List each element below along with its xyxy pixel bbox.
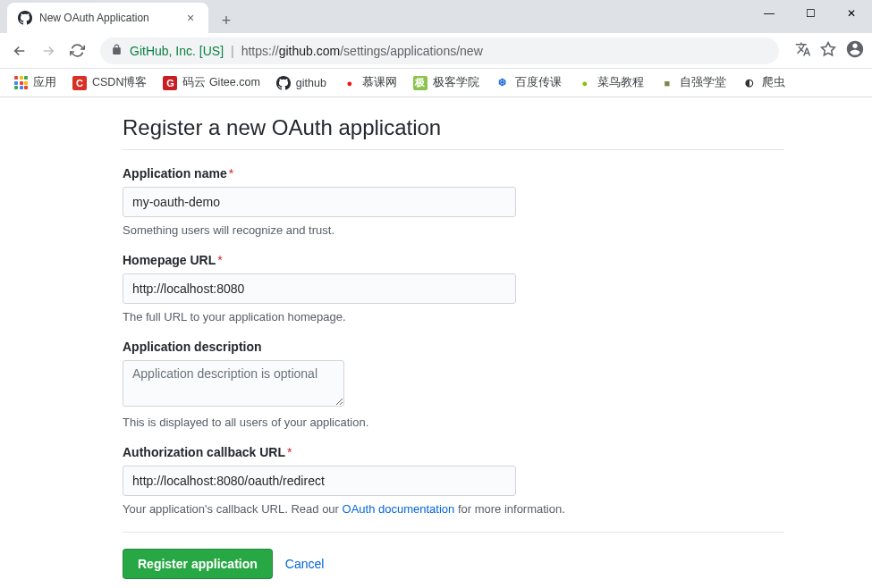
close-window-button[interactable]: ✕ xyxy=(831,0,872,27)
field-callback-url: Authorization callback URL* Your applica… xyxy=(123,445,784,516)
application-name-input[interactable] xyxy=(123,187,516,217)
bookmark-icon: ◐ xyxy=(742,76,757,90)
bookmark-icon: C xyxy=(72,76,87,90)
back-button[interactable] xyxy=(7,38,32,63)
translate-icon[interactable] xyxy=(795,41,811,60)
bookmark-item[interactable]: G码云 Gitee.com xyxy=(157,72,265,93)
bookmark-label: 百度传课 xyxy=(515,75,562,90)
bookmark-item[interactable]: ❆百度传课 xyxy=(490,72,567,93)
window-controls: — ☐ ✕ xyxy=(749,0,872,27)
bookmark-item[interactable]: CCSDN博客 xyxy=(67,72,152,93)
bookmark-item[interactable]: 极极客学院 xyxy=(408,72,485,93)
browser-toolbar: GitHub, Inc. [US] | https://github.com/s… xyxy=(0,33,872,69)
oauth-docs-link[interactable]: OAuth documentation xyxy=(343,502,455,516)
bookmark-label: CSDN博客 xyxy=(92,75,147,90)
form-divider xyxy=(123,532,784,533)
callback-url-input[interactable] xyxy=(123,466,516,496)
bookmark-label: 慕课网 xyxy=(362,75,397,90)
bookmark-icon: ● xyxy=(578,76,592,90)
required-star: * xyxy=(287,445,292,459)
svg-marker-0 xyxy=(822,43,835,55)
apps-grid-icon xyxy=(14,76,28,89)
browser-tab[interactable]: New OAuth Application × xyxy=(7,3,208,33)
field-description: Application description This is displaye… xyxy=(123,340,784,429)
bookmark-item[interactable]: ■自强学堂 xyxy=(655,72,732,93)
field-application-name: Application name* Something users will r… xyxy=(123,166,784,237)
required-star: * xyxy=(229,166,233,181)
field-homepage-url: Homepage URL* The full URL to your appli… xyxy=(123,253,784,323)
new-tab-button[interactable]: + xyxy=(214,8,239,33)
page-title: Register a new OAuth application xyxy=(123,97,784,150)
github-favicon-icon xyxy=(18,11,32,25)
site-identity: GitHub, Inc. [US] xyxy=(130,44,224,58)
star-icon[interactable] xyxy=(820,41,836,60)
browser-chrome: — ☐ ✕ New OAuth Application × + GitHub, … xyxy=(0,0,872,97)
maximize-button[interactable]: ☐ xyxy=(790,0,831,27)
forward-button[interactable] xyxy=(36,38,61,63)
bookmark-label: 爬虫 xyxy=(762,75,785,90)
bookmark-icon xyxy=(276,76,291,90)
close-tab-icon[interactable]: × xyxy=(183,11,198,25)
tab-title: New OAuth Application xyxy=(39,12,176,24)
address-bar[interactable]: GitHub, Inc. [US] | https://github.com/s… xyxy=(100,38,779,64)
label-homepage-url: Homepage URL* xyxy=(123,253,784,267)
bookmark-item[interactable]: ◐爬虫 xyxy=(737,72,791,93)
cancel-link[interactable]: Cancel xyxy=(285,557,325,571)
bookmark-label: github xyxy=(296,77,326,89)
bookmark-icon: ● xyxy=(343,76,357,90)
bookmarks-bar: 应用 CCSDN博客G码云 Gitee.comgithub●慕课网极极客学院❆百… xyxy=(0,69,872,97)
required-star: * xyxy=(217,253,222,267)
page-content: Register a new OAuth application Applica… xyxy=(0,97,872,588)
url-separator: | xyxy=(231,44,234,58)
label-application-name: Application name* xyxy=(123,166,784,181)
bookmark-label: 码云 Gitee.com xyxy=(182,75,259,90)
hint-callback-url: Your application's callback URL. Read ou… xyxy=(123,502,784,516)
hint-description: This is displayed to all users of your a… xyxy=(123,416,784,429)
bookmark-icon: 极 xyxy=(413,76,428,90)
bookmark-label: 自强学堂 xyxy=(680,75,726,90)
tab-bar: New OAuth Application × + xyxy=(0,0,872,33)
label-description: Application description xyxy=(123,340,784,354)
bookmark-item[interactable]: ●慕课网 xyxy=(337,72,402,93)
apps-button[interactable]: 应用 xyxy=(9,72,62,93)
hint-application-name: Something users will recognize and trust… xyxy=(123,223,784,237)
profile-icon[interactable] xyxy=(845,39,865,62)
bookmark-item[interactable]: ●菜鸟教程 xyxy=(572,72,649,93)
form-actions: Register application Cancel xyxy=(123,549,784,579)
reload-button[interactable] xyxy=(64,38,89,63)
label-callback-url: Authorization callback URL* xyxy=(123,445,784,459)
bookmark-item[interactable]: github xyxy=(271,72,332,93)
hint-homepage-url: The full URL to your application homepag… xyxy=(123,310,784,323)
url-text: https://github.com/settings/applications… xyxy=(241,44,483,58)
homepage-url-input[interactable] xyxy=(123,273,516,304)
minimize-button[interactable]: — xyxy=(749,0,790,27)
bookmark-icon: G xyxy=(163,76,177,90)
lock-icon xyxy=(111,44,123,58)
description-textarea[interactable] xyxy=(123,360,344,407)
bookmark-label: 菜鸟教程 xyxy=(597,75,644,90)
bookmark-icon: ❆ xyxy=(495,76,510,90)
register-application-button[interactable]: Register application xyxy=(123,549,273,579)
bookmark-icon: ■ xyxy=(660,76,674,90)
bookmark-label: 极客学院 xyxy=(433,75,479,90)
toolbar-right xyxy=(795,39,865,62)
